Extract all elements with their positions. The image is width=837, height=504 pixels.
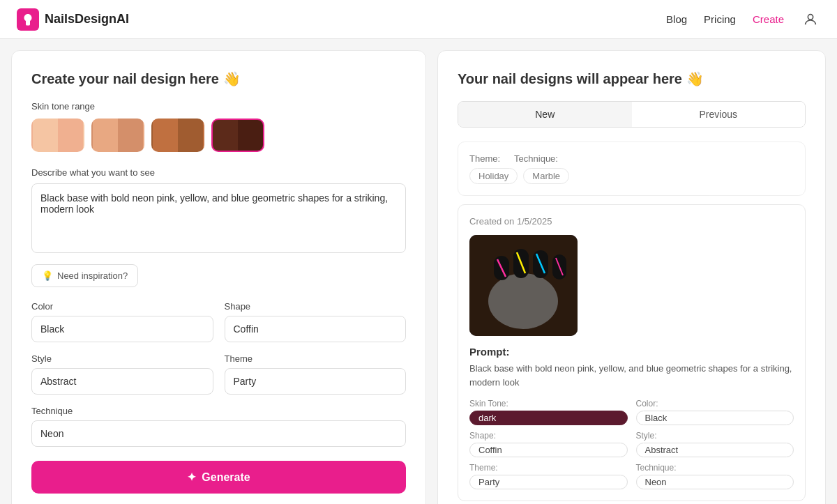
created-date: Created on 1/5/2025 bbox=[469, 216, 794, 227]
technique-group: Technique bbox=[31, 406, 406, 447]
results-title: Your nail designs will appear here 👋 bbox=[458, 70, 806, 87]
color-detail: Color: Black bbox=[636, 399, 794, 425]
style-input[interactable] bbox=[31, 368, 213, 395]
theme-key: Theme: bbox=[469, 463, 628, 473]
partial-technique-key: Technique: bbox=[514, 153, 558, 164]
skin-swatch-2[interactable] bbox=[91, 119, 144, 152]
inspiration-label: Need inspiration? bbox=[57, 270, 128, 281]
shape-label: Shape bbox=[225, 301, 407, 312]
bulb-icon: 💡 bbox=[42, 270, 53, 281]
shape-detail: Shape: Coffin bbox=[469, 431, 628, 457]
nav-blog[interactable]: Blog bbox=[666, 13, 687, 25]
skin-tone-label: Skin tone range bbox=[31, 101, 406, 112]
skin-swatch-4[interactable] bbox=[211, 119, 264, 152]
theme-label: Theme bbox=[225, 353, 407, 364]
theme-detail: Theme: Party bbox=[469, 463, 628, 489]
nav-create[interactable]: Create bbox=[753, 13, 784, 25]
skin-tone-badge: dark bbox=[469, 411, 628, 425]
style-label: Style bbox=[31, 353, 213, 364]
shape-group: Shape bbox=[225, 301, 407, 342]
logo-svg bbox=[21, 13, 35, 26]
svg-point-2 bbox=[488, 273, 558, 329]
svg-point-0 bbox=[808, 14, 813, 19]
nav: Blog Pricing Create bbox=[666, 10, 820, 29]
header: NailsDesignAI Blog Pricing Create bbox=[0, 0, 837, 39]
tab-new[interactable]: New bbox=[458, 102, 632, 127]
partial-meta-row: Theme: Technique: bbox=[469, 153, 794, 164]
color-group: Color bbox=[31, 301, 213, 342]
describe-label: Describe what you want to see bbox=[31, 167, 406, 178]
technique-key: Technique: bbox=[636, 463, 794, 473]
color-val: Black bbox=[636, 411, 794, 425]
nail-image bbox=[469, 235, 578, 336]
sparkle-icon: ✦ bbox=[187, 471, 196, 484]
tabs: New Previous bbox=[458, 101, 806, 128]
nail-art-svg bbox=[469, 235, 578, 336]
color-input[interactable] bbox=[31, 316, 213, 342]
technique-label: Technique bbox=[31, 406, 406, 416]
color-label: Color bbox=[31, 301, 213, 312]
partial-technique-badge: Marble bbox=[523, 168, 569, 184]
generate-label: Generate bbox=[202, 471, 250, 484]
theme-val: Party bbox=[469, 475, 628, 489]
create-title: Create your nail design here 👋 bbox=[31, 70, 406, 87]
shape-input[interactable] bbox=[225, 316, 407, 342]
technique-input[interactable] bbox=[31, 420, 406, 447]
technique-val: Neon bbox=[636, 475, 794, 489]
tab-previous[interactable]: Previous bbox=[632, 102, 806, 127]
skin-tone-row bbox=[31, 119, 406, 152]
shape-val: Coffin bbox=[469, 443, 628, 457]
theme-input[interactable] bbox=[225, 368, 407, 395]
skin-swatch-3[interactable] bbox=[151, 119, 204, 152]
nav-pricing[interactable]: Pricing bbox=[704, 13, 736, 25]
main-design-card: Created on 1/5/2025 bbox=[458, 204, 806, 501]
logo-text: NailsDesignAI bbox=[45, 12, 129, 26]
logo[interactable]: NailsDesignAI bbox=[17, 8, 129, 31]
shape-key: Shape: bbox=[469, 431, 628, 441]
generate-button[interactable]: ✦ Generate bbox=[31, 461, 406, 494]
color-key: Color: bbox=[636, 399, 794, 408]
partial-design-card: Theme: Technique: Holiday Marble bbox=[458, 142, 806, 196]
details-grid: Skin Tone: dark Shape: Coffin Theme: Par… bbox=[469, 399, 794, 489]
style-detail: Style: Abstract bbox=[636, 431, 794, 457]
detail-col-left: Skin Tone: dark Shape: Coffin Theme: Par… bbox=[469, 399, 628, 489]
logo-icon bbox=[17, 8, 39, 31]
prompt-text: Black base with bold neon pink, yellow, … bbox=[469, 362, 794, 389]
results-panel: Your nail designs will appear here 👋 New… bbox=[437, 50, 826, 504]
partial-badge-row: Holiday Marble bbox=[469, 168, 794, 184]
style-group: Style bbox=[31, 353, 213, 395]
partial-theme-key: Theme: bbox=[469, 153, 500, 164]
describe-input[interactable] bbox=[31, 183, 406, 253]
user-icon[interactable] bbox=[801, 10, 820, 29]
detail-col-right: Color: Black Style: Abstract Technique: … bbox=[636, 399, 794, 489]
partial-theme-badge: Holiday bbox=[469, 168, 518, 184]
style-val: Abstract bbox=[636, 443, 794, 457]
style-key: Style: bbox=[636, 431, 794, 441]
main-layout: Create your nail design here 👋 Skin tone… bbox=[0, 39, 837, 504]
partial-technique-label: Technique: bbox=[514, 153, 558, 164]
create-panel: Create your nail design here 👋 Skin tone… bbox=[11, 50, 426, 504]
nail-image-container bbox=[469, 235, 794, 336]
technique-detail: Technique: Neon bbox=[636, 463, 794, 489]
prompt-label: Prompt: bbox=[469, 346, 794, 358]
skin-tone-key: Skin Tone: bbox=[469, 399, 628, 408]
skin-swatch-1[interactable] bbox=[31, 119, 84, 152]
partial-theme-label: Theme: bbox=[469, 153, 500, 164]
fields-grid: Color Shape Style Theme bbox=[31, 301, 406, 395]
inspiration-button[interactable]: 💡 Need inspiration? bbox=[31, 264, 138, 287]
theme-group: Theme bbox=[225, 353, 407, 395]
skin-tone-detail: Skin Tone: dark bbox=[469, 399, 628, 425]
